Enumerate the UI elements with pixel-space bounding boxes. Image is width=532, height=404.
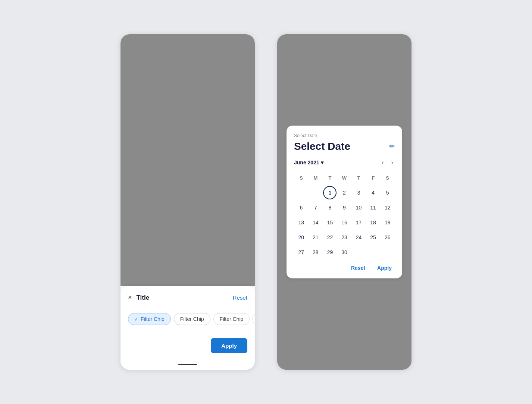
month-label-text: June 2021 — [294, 160, 319, 165]
next-month-button[interactable]: › — [390, 158, 395, 167]
weekday-tue: T — [323, 171, 337, 184]
home-indicator — [178, 364, 197, 365]
empty-cell — [381, 246, 394, 259]
day-18[interactable]: 18 — [366, 216, 380, 229]
day-16[interactable]: 16 — [338, 216, 351, 229]
gray-area-left — [121, 34, 255, 286]
edit-icon[interactable]: ✏ — [389, 142, 395, 151]
day-10[interactable]: 10 — [352, 201, 366, 214]
day-19[interactable]: 19 — [381, 216, 394, 229]
chips-row: ✓ Filter Chip Filter Chip Filter Chip — [121, 307, 255, 331]
phone-left: × Title Reset ✓ Filter Chip Filter Chip … — [121, 34, 255, 370]
dropdown-icon: ▾ — [321, 160, 323, 165]
chip-label-1: Filter Chip — [141, 316, 165, 322]
card-heading: Select Date ✏ — [294, 141, 395, 152]
day-22[interactable]: 22 — [323, 231, 337, 244]
day-4[interactable]: 4 — [366, 186, 380, 199]
card-actions: Reset Apply — [294, 263, 395, 272]
week-row-4: 20 21 22 23 24 25 26 — [294, 231, 395, 244]
day-12[interactable]: 12 — [381, 201, 394, 214]
close-icon[interactable]: × — [128, 294, 132, 302]
day-29[interactable]: 29 — [323, 246, 337, 259]
week-row-3: 13 14 15 16 17 18 19 — [294, 216, 395, 229]
reset-button-calendar[interactable]: Reset — [348, 263, 368, 272]
weekday-header-row: S M T W T F S — [294, 171, 395, 184]
calendar-heading-text: Select Date — [294, 141, 350, 152]
day-28[interactable]: 28 — [309, 246, 322, 259]
week-row-1: 1 2 3 4 5 — [294, 186, 395, 199]
weekday-thu: T — [352, 171, 366, 184]
calendar-card: Select Date Select Date ✏ June 2021 ▾ ‹ … — [287, 126, 402, 278]
calendar-grid: S M T W T F S 1 2 3 4 5 — [294, 171, 395, 259]
day-25[interactable]: 25 — [366, 231, 380, 244]
empty-cell — [366, 246, 380, 259]
weekday-sat: S — [381, 171, 394, 184]
apply-row: Apply — [121, 334, 255, 361]
day-11[interactable]: 11 — [366, 201, 380, 214]
weekday-wed: W — [338, 171, 351, 184]
day-8[interactable]: 8 — [323, 201, 337, 214]
chip-label-2: Filter Chip — [180, 316, 204, 322]
sheet-header: × Title Reset — [121, 286, 255, 307]
day-7[interactable]: 7 — [309, 201, 322, 214]
day-13[interactable]: 13 — [294, 216, 308, 229]
week-row-2: 6 7 8 9 10 11 12 — [294, 201, 395, 214]
nav-arrows: ‹ › — [380, 158, 395, 167]
day-3[interactable]: 3 — [352, 186, 366, 199]
empty-cell — [294, 186, 308, 199]
day-24[interactable]: 24 — [352, 231, 366, 244]
day-2[interactable]: 2 — [338, 186, 351, 199]
day-23[interactable]: 23 — [338, 231, 351, 244]
day-21[interactable]: 21 — [309, 231, 322, 244]
sheet-title: Title — [137, 294, 150, 302]
weekday-sun: S — [294, 171, 308, 184]
filter-chip-1[interactable]: ✓ Filter Chip — [128, 313, 171, 325]
day-1[interactable]: 1 — [323, 186, 337, 199]
day-17[interactable]: 17 — [352, 216, 366, 229]
reset-button[interactable]: Reset — [233, 294, 247, 301]
week-row-5: 27 28 29 30 — [294, 246, 395, 259]
empty-cell — [352, 246, 366, 259]
month-dropdown[interactable]: June 2021 ▾ — [294, 160, 323, 165]
chip-label-3: Filter Chip — [220, 316, 244, 322]
day-14[interactable]: 14 — [309, 216, 322, 229]
day-26[interactable]: 26 — [381, 231, 394, 244]
phone-right: Select Date Select Date ✏ June 2021 ▾ ‹ … — [277, 34, 411, 370]
filter-chip-3[interactable]: Filter Chip — [213, 313, 250, 325]
day-27[interactable]: 27 — [294, 246, 308, 259]
prev-month-button[interactable]: ‹ — [380, 158, 385, 167]
filter-chip-4[interactable] — [253, 313, 255, 325]
check-icon: ✓ — [134, 316, 138, 322]
day-9[interactable]: 9 — [338, 201, 351, 214]
day-6[interactable]: 6 — [294, 201, 308, 214]
calendar-nav: June 2021 ▾ ‹ › — [294, 158, 395, 167]
weekday-mon: M — [309, 171, 322, 184]
day-15[interactable]: 15 — [323, 216, 337, 229]
card-label: Select Date — [294, 133, 395, 138]
apply-button-calendar[interactable]: Apply — [374, 263, 395, 272]
day-30[interactable]: 30 — [338, 246, 351, 259]
filter-chip-2[interactable]: Filter Chip — [174, 313, 210, 325]
bottom-sheet: × Title Reset ✓ Filter Chip Filter Chip … — [121, 286, 255, 370]
day-20[interactable]: 20 — [294, 231, 308, 244]
apply-button-left[interactable]: Apply — [211, 338, 247, 353]
empty-cell — [309, 186, 322, 199]
weekday-fri: F — [366, 171, 380, 184]
page-wrapper: × Title Reset ✓ Filter Chip Filter Chip … — [0, 0, 532, 404]
day-5[interactable]: 5 — [381, 186, 394, 199]
